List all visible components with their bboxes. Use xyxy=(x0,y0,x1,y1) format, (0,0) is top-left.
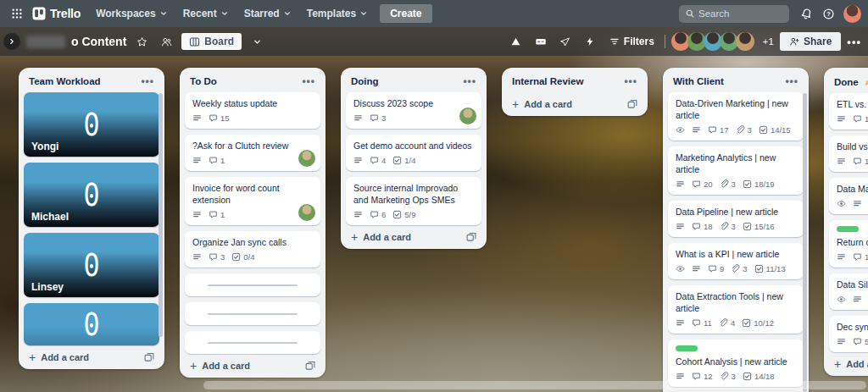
google-drive-icon[interactable] xyxy=(507,32,526,51)
workload-card[interactable]: 0Michael xyxy=(24,163,159,227)
badge-description xyxy=(353,156,363,165)
attachment-icon xyxy=(720,222,729,231)
workload-card[interactable]: 0Linsey xyxy=(24,233,159,297)
card[interactable] xyxy=(185,273,320,296)
list-header: To Do••• xyxy=(184,72,321,91)
members-overflow-count[interactable]: +1 xyxy=(763,36,774,47)
help-icon[interactable]: ? xyxy=(818,3,838,24)
share-button[interactable]: Share xyxy=(780,32,841,51)
card-template-icon[interactable] xyxy=(627,99,637,109)
list-menu-button[interactable]: ••• xyxy=(141,77,154,86)
nav-templates[interactable]: Templates xyxy=(300,4,375,23)
card-template-icon[interactable] xyxy=(144,352,154,362)
create-button[interactable]: Create xyxy=(380,4,431,23)
trello-logo[interactable]: Trello xyxy=(29,7,87,20)
card[interactable]: Weekly status update15 xyxy=(185,92,320,129)
card-list: Data-Driven Marketing | new article17314… xyxy=(667,91,804,392)
app-switcher-icon[interactable] xyxy=(7,3,27,24)
card[interactable]: Get demo account and videos41/4 xyxy=(346,135,481,171)
card-badges: 5 xyxy=(837,336,868,347)
board-menu-icon[interactable]: ••• xyxy=(847,36,861,48)
workload-member-name: Linsey xyxy=(31,281,64,293)
add-card-button[interactable]: +Add a card xyxy=(184,355,321,373)
workload-card[interactable]: 0 xyxy=(24,303,159,345)
badge-comment: 15 xyxy=(209,113,230,123)
add-card-button[interactable]: +Add a card xyxy=(345,226,482,245)
list-menu-button[interactable]: ••• xyxy=(463,77,476,86)
card[interactable]: Data Pipeline | new article18315/16 xyxy=(668,201,804,237)
horizontal-scrollbar[interactable] xyxy=(203,381,866,389)
card-title: Organize Jan sync calls xyxy=(192,236,313,248)
card[interactable]: Discuss 2023 scope3 xyxy=(346,92,481,129)
list-menu-button[interactable]: ••• xyxy=(785,77,798,86)
badge-description xyxy=(353,210,363,219)
send-icon[interactable] xyxy=(556,32,575,51)
add-card-button[interactable]: +Add a card xyxy=(23,346,160,365)
workload-card[interactable]: 0Yongi xyxy=(24,92,159,157)
party-icon xyxy=(863,76,868,87)
member-avatar[interactable] xyxy=(736,32,754,51)
card[interactable]: What is a KPI | new article9311/13 xyxy=(668,243,804,279)
view-switcher-chevron-icon[interactable] xyxy=(248,32,266,51)
card[interactable]: Data Silos | xyxy=(829,273,868,310)
card[interactable]: Source internal Improvado and Marketing … xyxy=(346,177,481,225)
search-input[interactable] xyxy=(698,8,783,19)
card[interactable]: Return on I new article16 xyxy=(829,220,868,268)
badge-comment: 5 xyxy=(853,337,868,346)
card[interactable]: Organize Jan sync calls30/4 xyxy=(185,231,320,268)
description-icon xyxy=(837,337,846,346)
filters-button[interactable]: Filters xyxy=(605,33,659,50)
workspace-members-icon[interactable] xyxy=(157,32,175,51)
card-title: What is a KPI | new article xyxy=(676,248,796,260)
list-menu-button[interactable]: ••• xyxy=(624,77,637,86)
comment-count: 1 xyxy=(220,210,225,219)
badge-description xyxy=(837,157,846,166)
card[interactable]: Cohort Analysis | new article12314/18 xyxy=(668,340,804,387)
card[interactable] xyxy=(185,302,320,325)
member-avatar xyxy=(298,204,315,221)
card[interactable]: Build vs. Bu17 xyxy=(829,135,868,172)
list-scrollbar[interactable] xyxy=(159,93,163,337)
card-template-icon[interactable] xyxy=(305,361,315,371)
list-menu-button[interactable]: ••• xyxy=(302,77,315,86)
card[interactable]: Data Extraction Tools | new article11410… xyxy=(668,285,804,334)
card-badges: 18315/16 xyxy=(676,221,796,232)
comment-icon xyxy=(209,210,218,219)
user-avatar[interactable] xyxy=(843,5,861,23)
add-card-button[interactable]: +Add a card xyxy=(828,353,868,372)
attachment-icon xyxy=(720,372,729,381)
add-card-button[interactable]: +Add a card xyxy=(506,93,643,112)
notifications-icon[interactable] xyxy=(796,3,816,24)
nav-item-label: Recent xyxy=(183,8,217,19)
power-up-badge-icon[interactable] xyxy=(531,32,550,51)
attachment-icon xyxy=(720,179,729,189)
expand-sidebar-button[interactable] xyxy=(3,33,20,50)
card[interactable]: Data Mana xyxy=(829,178,868,214)
card-template-icon[interactable] xyxy=(466,232,476,242)
card[interactable]: Data-Driven Marketing | new article17314… xyxy=(668,92,804,141)
badge-comment: 12 xyxy=(853,114,868,124)
checklist-icon xyxy=(754,264,764,273)
card[interactable]: Dec sync c5 xyxy=(829,316,868,352)
board-view-button[interactable]: Board xyxy=(181,33,242,50)
automation-bolt-icon[interactable] xyxy=(581,32,599,51)
description-icon xyxy=(192,156,202,165)
card[interactable]: ETL vs. ELT12 xyxy=(829,93,868,130)
comment-count: 20 xyxy=(704,179,713,189)
card[interactable] xyxy=(185,331,320,354)
board-view-icon xyxy=(189,36,200,47)
nav-starred[interactable]: Starred xyxy=(237,4,298,23)
nav-workspaces[interactable]: Workspaces xyxy=(89,4,174,23)
nav-recent[interactable]: Recent xyxy=(176,4,236,23)
star-icon[interactable] xyxy=(132,32,151,51)
attachment-icon xyxy=(736,125,745,135)
comment-icon xyxy=(853,337,862,346)
share-label: Share xyxy=(804,36,832,47)
card[interactable]: Marketing Analytics | new article20318/1… xyxy=(668,146,804,195)
chevron-down-icon xyxy=(159,9,168,18)
list-scrollbar[interactable] xyxy=(803,93,807,392)
card-badges xyxy=(837,294,868,305)
card[interactable]: ?Ask for a Clutch review1 xyxy=(185,135,320,171)
description-icon xyxy=(853,199,862,208)
card[interactable]: Invoice for word count extension1 xyxy=(185,177,320,225)
